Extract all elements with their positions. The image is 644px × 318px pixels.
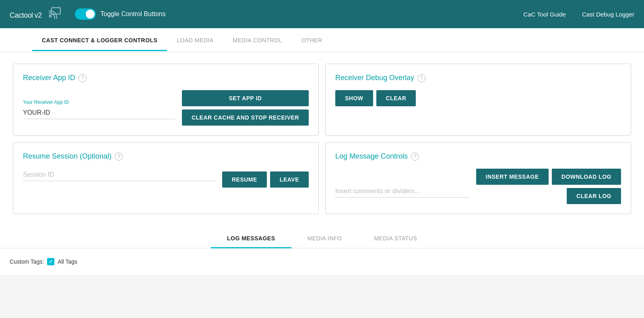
- main-content: Receiver App ID ? Your Receiver App ID S…: [0, 52, 644, 225]
- set-app-id-button[interactable]: SET APP ID: [182, 90, 309, 106]
- log-insert-input-group: [335, 185, 470, 204]
- app-logo: Cactoolv2: [10, 8, 42, 21]
- tab-media-control[interactable]: MEDIA CONTROL: [223, 30, 292, 51]
- receiver-app-id-input-group: Your Receiver App ID: [23, 99, 175, 126]
- log-actions: INSERT MESSAGE DOWNLOAD LOG CLEAR LOG: [476, 169, 621, 204]
- receiver-debug-overlay-buttons: SHOW CLEAR: [335, 90, 621, 106]
- receiver-app-id-title: Receiver App ID ?: [23, 74, 309, 82]
- cards-grid: Receiver App ID ? Your Receiver App ID S…: [10, 60, 634, 217]
- receiver-app-id-card: Receiver App ID ? Your Receiver App ID S…: [13, 64, 319, 136]
- svg-rect-1: [52, 8, 60, 14]
- all-tags-checkbox[interactable]: [47, 258, 54, 265]
- header: Cactoolv2 Toggle Control Buttons CaC Too…: [0, 0, 644, 28]
- resume-session-row: RESUME LEAVE: [23, 169, 309, 188]
- receiver-app-id-label: Your Receiver App ID: [23, 99, 175, 105]
- session-id-input[interactable]: [23, 169, 216, 181]
- log-message-controls-row: INSERT MESSAGE DOWNLOAD LOG CLEAR LOG: [335, 169, 621, 204]
- receiver-app-id-help-icon[interactable]: ?: [78, 74, 87, 82]
- leave-button[interactable]: LEAVE: [270, 171, 309, 188]
- tab-media-status[interactable]: MEDIA STATUS: [358, 229, 433, 248]
- clear-cache-stop-receiver-button[interactable]: CLEAR CACHE AND STOP RECEIVER: [182, 109, 309, 126]
- receiver-app-id-buttons: SET APP ID CLEAR CACHE AND STOP RECEIVER: [182, 90, 309, 126]
- download-log-button[interactable]: DOWNLOAD LOG: [552, 169, 621, 185]
- session-id-input-group: [23, 169, 216, 188]
- resume-session-help-icon[interactable]: ?: [115, 153, 123, 161]
- receiver-debug-overlay-title: Receiver Debug Overlay ?: [335, 74, 621, 82]
- tab-media-info[interactable]: MEDIA INFO: [291, 229, 358, 248]
- header-right: CaC Tool Guide Cast Debug Logger: [523, 11, 634, 18]
- log-message-controls-help-icon[interactable]: ?: [411, 153, 419, 161]
- tab-other[interactable]: OTHER: [292, 30, 332, 51]
- tab-log-messages[interactable]: LOG MESSAGES: [211, 229, 291, 248]
- toggle-control-buttons[interactable]: [75, 8, 96, 20]
- resume-session-buttons: RESUME LEAVE: [222, 171, 309, 188]
- resume-button[interactable]: RESUME: [222, 171, 267, 188]
- receiver-debug-overlay-card: Receiver Debug Overlay ? SHOW CLEAR: [325, 64, 631, 136]
- log-insert-input[interactable]: [335, 185, 470, 198]
- bottom-tabs: LOG MESSAGES MEDIA INFO MEDIA STATUS: [0, 225, 644, 248]
- resume-session-card: Resume Session (Optional) ? RESUME LEAVE: [13, 142, 319, 214]
- tab-cast-connect[interactable]: CAST CONNECT & LOGGER CONTROLS: [32, 30, 167, 51]
- log-message-controls-card: Log Message Controls ? INSERT MESSAGE DO…: [325, 142, 631, 214]
- log-actions-top-row: INSERT MESSAGE DOWNLOAD LOG: [476, 169, 621, 185]
- cac-tool-guide-link[interactable]: CaC Tool Guide: [523, 11, 566, 18]
- cast-debug-logger-link[interactable]: Cast Debug Logger: [582, 11, 634, 18]
- custom-tags-label: Custom Tags:: [10, 258, 44, 265]
- toggle-label: Toggle Control Buttons: [101, 10, 166, 18]
- receiver-app-id-input[interactable]: [23, 107, 175, 119]
- bottom-section: LOG MESSAGES MEDIA INFO MEDIA STATUS Cus…: [0, 225, 644, 314]
- log-message-controls-title: Log Message Controls ?: [335, 152, 621, 161]
- receiver-app-id-row: Your Receiver App ID SET APP ID CLEAR CA…: [23, 90, 309, 126]
- toggle-container: Toggle Control Buttons: [75, 8, 166, 20]
- bottom-content: Custom Tags: All Tags: [0, 248, 644, 275]
- receiver-debug-overlay-help-icon[interactable]: ?: [417, 74, 425, 82]
- clear-overlay-button[interactable]: CLEAR: [376, 90, 416, 106]
- insert-message-button[interactable]: INSERT MESSAGE: [476, 169, 549, 185]
- all-tags-label: All Tags: [58, 258, 77, 265]
- header-left: Cactoolv2 Toggle Control Buttons: [10, 6, 165, 23]
- cast-icon: [48, 6, 62, 23]
- custom-tags-row: Custom Tags: All Tags: [10, 258, 634, 265]
- nav-tabs: CAST CONNECT & LOGGER CONTROLS LOAD MEDI…: [0, 28, 644, 52]
- resume-session-title: Resume Session (Optional) ?: [23, 152, 309, 161]
- log-actions-bottom-row: CLEAR LOG: [567, 188, 621, 204]
- tab-load-media[interactable]: LOAD MEDIA: [167, 30, 223, 51]
- show-overlay-button[interactable]: SHOW: [335, 90, 373, 106]
- clear-log-button[interactable]: CLEAR LOG: [567, 188, 621, 204]
